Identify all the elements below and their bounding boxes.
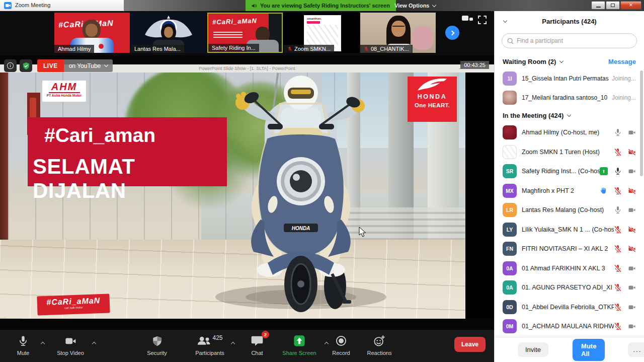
one-heart-text: One HEART. [415,102,450,108]
powerpoint-title: PowerPoint Slide Show - [1. SLTA] - Powe… [199,66,295,71]
video-name-label: Lantas Res Mala... [131,45,184,53]
video-thumbnail-lantas-res-malang[interactable]: Lantas Res Mala... [131,13,206,53]
avatar: LR [503,203,517,217]
participants-label: Participants [195,350,224,356]
screen-viewing-banner-text: You are viewing Safety Riding Instructor… [260,3,390,9]
participant-face [164,27,173,38]
participants-panel-header: Participants (424) [495,11,644,31]
message-waiting-room-link[interactable]: Message [608,58,636,65]
reactions-button[interactable]: Reactions [363,334,395,356]
stop-video-label: Stop Video [57,350,84,356]
participant-name: Ahmad Hilmy (Co-host, me) [522,129,599,136]
participant-row[interactable]: SR Safety Riding Inst... (Co-host) [495,162,644,181]
red-pin-badge [99,44,104,49]
meeting-timer: 00:43:25 [460,61,489,69]
mute-all-button[interactable]: Mute All [573,339,605,361]
avatar: LY [503,223,517,237]
participants-button[interactable]: 425 Participants [191,334,228,356]
record-button[interactable]: Record [327,334,355,356]
participant-name: Safety Riding Inst... (Co-host) [522,168,600,175]
view-options-label: View Options [394,3,429,9]
speaker-icon [252,3,257,9]
security-shield-icon [152,334,163,347]
participant-row[interactable]: Zoom SMKN 1 Turen (Host) [495,142,644,162]
participant-name: Lantas Res Malang (Co-host) [522,206,604,213]
participant-name: 15_Gissela Intan Putri Permatas [522,75,609,82]
participant-row[interactable]: 0D 01_Abbel Devilla Febriolla_OTKP... [495,298,644,317]
chat-icon: 2 [251,334,263,347]
participants-options-chevron[interactable] [231,342,235,346]
participant-row[interactable]: LY Lilik Yulaika_SMK N 1 ... (Co-host) [495,220,644,240]
waiting-room-title: Waiting Room (2) [503,58,556,65]
gallery-view-icon[interactable] [462,16,473,26]
camera-off-icon [628,245,636,253]
view-options-button[interactable]: View Options [388,0,442,11]
search-icon [507,38,514,44]
honda-logo-text: HONDA [418,93,447,100]
stop-video-button[interactable]: Stop Video [52,334,89,356]
participant-row[interactable]: 0M 01_ACHMAD MAULANA RIDHW... [495,317,644,336]
waiting-room-header[interactable]: Waiting Room (2) Message [495,53,644,69]
encryption-shield-icon[interactable] [20,59,32,72]
participant-row[interactable]: 0A 01. AGUNG PRASETYO ADI_XI A... [495,278,644,298]
close-button[interactable]: ✕ [620,1,641,10]
video-thumbnail-safety-riding-active[interactable]: #CaRi_aMaN Safety Riding In... [207,13,283,53]
avatar: 0A [503,261,517,275]
avatar: FN [503,242,517,256]
video-thumbnail-ahmad-hilmy[interactable]: #CaRi_AMaN Ahmad Hilmy [54,13,130,53]
participant-row[interactable]: Ahmad Hilmy (Co-host, me) [495,123,644,142]
camera-on-icon [628,283,636,292]
waiting-participant-row[interactable]: 17_Meilani faradina santoso_10 Joining..… [495,88,644,107]
mic-muted-icon [614,226,622,234]
pink-chair [412,26,434,50]
panel-scrollbar[interactable] [640,70,643,352]
info-button[interactable] [4,59,17,72]
participant-row[interactable]: MX Maghfiroh x PHT 2 [495,181,644,201]
video-options-chevron[interactable] [92,342,96,346]
zoom-meeting-window: Zoom Meeting You are viewing Safety Ridi… [0,0,644,362]
participant-row[interactable]: 0A 01 Ahmad FARIKHIN X AKL 3 [495,259,644,278]
participant-search-box[interactable] [502,33,637,48]
camera-on-icon [628,167,636,175]
participant-row[interactable]: LR Lantas Res Malang (Co-host) [495,200,644,220]
next-videos-button[interactable] [445,26,459,40]
mute-options-chevron[interactable] [41,342,45,346]
avatar [503,125,517,139]
leave-button[interactable]: Leave [454,337,486,352]
mic-muted-icon [614,283,622,292]
minimize-button[interactable] [591,1,605,10]
camera-on-icon [628,303,636,311]
invite-button[interactable]: Invite [518,342,548,357]
mute-button[interactable]: Mute [9,334,37,356]
smartfren-logo-bar [307,21,320,24]
share-screen-button[interactable]: Share Screen [278,334,321,356]
mic-muted-icon [614,322,622,330]
microphone-icon [18,334,29,347]
chat-button[interactable]: 2 Chat [246,334,269,356]
video-name-label: 08_CHANTIK... [360,45,413,53]
participant-row[interactable]: FN FITRI NOVITASARI – XI AKL 2 [495,239,644,259]
fullscreen-icon[interactable] [478,16,487,26]
participant-face [86,24,98,37]
collapse-panel-chevron[interactable] [503,18,507,22]
video-thumbnail-zoom-smkn[interactable]: smartfren. Zoom SMKN... [284,13,359,53]
participant-name: Zoom SMKN 1 Turen (Host) [522,149,600,156]
in-meeting-header[interactable]: In the Meeting (424) [495,107,644,123]
scooter-rider-illustration: HONDA [205,75,396,316]
in-meeting-title: In the Meeting (424) [503,112,564,119]
participants-panel-title: Participants (424) [542,18,596,25]
maximize-button[interactable] [606,1,620,10]
sharing-screen-badge [600,167,608,175]
mic-muted-icon [614,245,622,253]
more-options-button[interactable]: ... [628,342,644,357]
video-thumbnail-chantika[interactable]: 08_CHANTIK... [360,13,436,53]
security-label: Security [147,350,167,356]
small-text-lines [213,32,243,39]
waiting-participant-row[interactable]: 1I 15_Gissela Intan Putri Permatas Joini… [495,69,644,88]
youtube-stream-badge[interactable]: on YouTube [64,59,113,72]
headline-cari-aman: #Cari_aman [44,124,155,147]
security-button[interactable]: Security [142,334,172,356]
joining-status: Joining... [612,75,636,82]
search-input[interactable] [517,37,631,44]
mic-muted-icon [614,187,622,195]
